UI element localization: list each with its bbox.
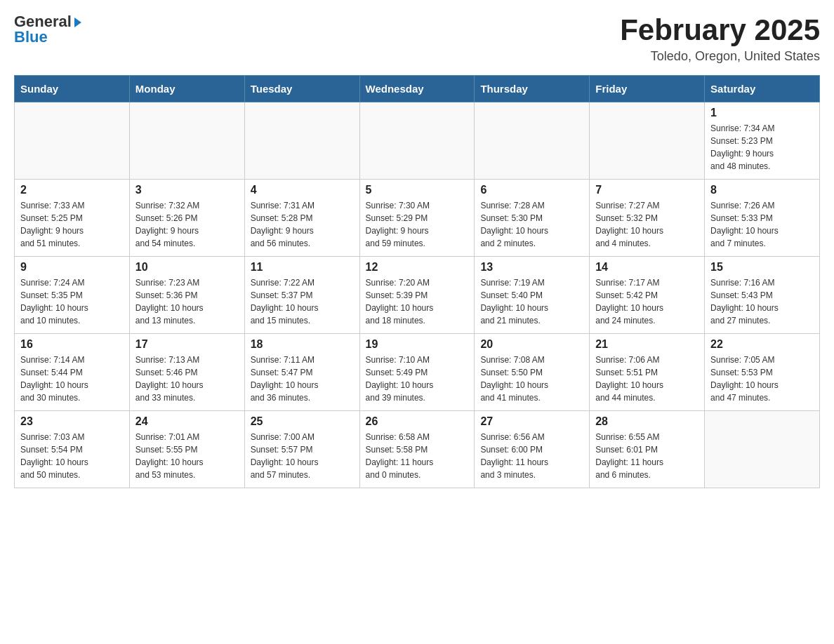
day-sun-info: Sunrise: 7:20 AM Sunset: 5:39 PM Dayligh… [366,276,469,327]
day-sun-info: Sunrise: 7:08 AM Sunset: 5:50 PM Dayligh… [480,354,583,404]
day-number: 19 [366,338,469,351]
calendar-cell: 22Sunrise: 7:05 AM Sunset: 5:53 PM Dayli… [705,334,820,411]
calendar-cell: 17Sunrise: 7:13 AM Sunset: 5:46 PM Dayli… [129,334,244,411]
day-number: 27 [480,415,583,428]
day-sun-info: Sunrise: 7:06 AM Sunset: 5:51 PM Dayligh… [595,354,699,404]
calendar-header-row: SundayMondayTuesdayWednesdayThursdayFrid… [15,76,820,102]
day-number: 16 [20,338,124,351]
day-of-week-header: Tuesday [244,76,359,102]
calendar-cell [705,411,820,488]
calendar-cell: 27Sunrise: 6:56 AM Sunset: 6:00 PM Dayli… [475,411,590,488]
day-number: 14 [595,261,699,274]
day-sun-info: Sunrise: 7:00 AM Sunset: 5:57 PM Dayligh… [251,431,354,481]
day-number: 11 [251,261,354,274]
day-number: 2 [20,184,124,196]
calendar-cell: 5Sunrise: 7:30 AM Sunset: 5:29 PM Daylig… [359,180,475,257]
logo-blue-text: Blue [14,29,48,45]
day-number: 23 [20,415,124,428]
page-header: General Blue February 2025 Toledo, Orego… [14,14,820,64]
day-number: 25 [251,415,354,428]
day-number: 21 [595,338,699,351]
day-number: 18 [251,338,354,351]
calendar-cell: 1Sunrise: 7:34 AM Sunset: 5:23 PM Daylig… [705,102,820,180]
day-sun-info: Sunrise: 7:33 AM Sunset: 5:25 PM Dayligh… [20,199,124,250]
calendar-cell [129,102,244,180]
calendar-cell: 18Sunrise: 7:11 AM Sunset: 5:47 PM Dayli… [244,334,359,411]
day-number: 9 [20,261,124,274]
calendar-week-row: 16Sunrise: 7:14 AM Sunset: 5:44 PM Dayli… [15,334,820,411]
day-number: 10 [135,261,239,274]
day-sun-info: Sunrise: 7:01 AM Sunset: 5:55 PM Dayligh… [135,431,239,481]
day-sun-info: Sunrise: 6:58 AM Sunset: 5:58 PM Dayligh… [366,431,469,481]
calendar-cell: 3Sunrise: 7:32 AM Sunset: 5:26 PM Daylig… [129,180,244,257]
day-sun-info: Sunrise: 7:16 AM Sunset: 5:43 PM Dayligh… [710,276,814,327]
day-number: 6 [480,184,583,196]
day-sun-info: Sunrise: 7:34 AM Sunset: 5:23 PM Dayligh… [710,122,814,173]
day-sun-info: Sunrise: 7:30 AM Sunset: 5:29 PM Dayligh… [366,199,469,250]
day-of-week-header: Monday [129,76,244,102]
calendar-cell: 21Sunrise: 7:06 AM Sunset: 5:51 PM Dayli… [590,334,705,411]
calendar-cell: 14Sunrise: 7:17 AM Sunset: 5:42 PM Dayli… [590,257,705,334]
calendar-cell: 24Sunrise: 7:01 AM Sunset: 5:55 PM Dayli… [129,411,244,488]
calendar-cell [475,102,590,180]
day-sun-info: Sunrise: 7:27 AM Sunset: 5:32 PM Dayligh… [595,199,699,250]
title-block: February 2025 Toledo, Oregon, United Sta… [620,14,820,64]
day-sun-info: Sunrise: 7:24 AM Sunset: 5:35 PM Dayligh… [20,276,124,327]
day-number: 5 [366,184,469,196]
calendar-cell: 12Sunrise: 7:20 AM Sunset: 5:39 PM Dayli… [359,257,475,334]
day-sun-info: Sunrise: 6:55 AM Sunset: 6:01 PM Dayligh… [595,431,699,481]
calendar-cell: 11Sunrise: 7:22 AM Sunset: 5:37 PM Dayli… [244,257,359,334]
calendar-cell: 28Sunrise: 6:55 AM Sunset: 6:01 PM Dayli… [590,411,705,488]
calendar-cell [244,102,359,180]
calendar-cell: 6Sunrise: 7:28 AM Sunset: 5:30 PM Daylig… [475,180,590,257]
calendar-week-row: 1Sunrise: 7:34 AM Sunset: 5:23 PM Daylig… [15,102,820,180]
calendar-week-row: 23Sunrise: 7:03 AM Sunset: 5:54 PM Dayli… [15,411,820,488]
day-number: 13 [480,261,583,274]
day-sun-info: Sunrise: 7:19 AM Sunset: 5:40 PM Dayligh… [480,276,583,327]
calendar-cell: 10Sunrise: 7:23 AM Sunset: 5:36 PM Dayli… [129,257,244,334]
day-number: 15 [710,261,814,274]
day-sun-info: Sunrise: 7:03 AM Sunset: 5:54 PM Dayligh… [20,431,124,481]
calendar-cell: 8Sunrise: 7:26 AM Sunset: 5:33 PM Daylig… [705,180,820,257]
calendar-week-row: 9Sunrise: 7:24 AM Sunset: 5:35 PM Daylig… [15,257,820,334]
day-sun-info: Sunrise: 7:26 AM Sunset: 5:33 PM Dayligh… [710,199,814,250]
logo-general-text: General [14,14,72,29]
day-of-week-header: Thursday [475,76,590,102]
calendar-cell: 23Sunrise: 7:03 AM Sunset: 5:54 PM Dayli… [15,411,130,488]
calendar-cell: 19Sunrise: 7:10 AM Sunset: 5:49 PM Dayli… [359,334,475,411]
calendar-cell [15,102,130,180]
location-subtitle: Toledo, Oregon, United States [620,49,820,64]
calendar-cell: 2Sunrise: 7:33 AM Sunset: 5:25 PM Daylig… [15,180,130,257]
calendar-cell: 9Sunrise: 7:24 AM Sunset: 5:35 PM Daylig… [15,257,130,334]
calendar-cell [359,102,475,180]
day-sun-info: Sunrise: 7:28 AM Sunset: 5:30 PM Dayligh… [480,199,583,250]
calendar-week-row: 2Sunrise: 7:33 AM Sunset: 5:25 PM Daylig… [15,180,820,257]
logo-arrow-icon [74,18,81,27]
calendar-table: SundayMondayTuesdayWednesdayThursdayFrid… [14,75,820,488]
calendar-cell: 4Sunrise: 7:31 AM Sunset: 5:28 PM Daylig… [244,180,359,257]
day-of-week-header: Saturday [705,76,820,102]
day-number: 28 [595,415,699,428]
day-of-week-header: Friday [590,76,705,102]
day-sun-info: Sunrise: 7:17 AM Sunset: 5:42 PM Dayligh… [595,276,699,327]
day-number: 24 [135,415,239,428]
day-sun-info: Sunrise: 7:14 AM Sunset: 5:44 PM Dayligh… [20,354,124,404]
day-sun-info: Sunrise: 7:11 AM Sunset: 5:47 PM Dayligh… [251,354,354,404]
day-sun-info: Sunrise: 7:05 AM Sunset: 5:53 PM Dayligh… [710,354,814,404]
day-number: 8 [710,184,814,196]
day-sun-info: Sunrise: 6:56 AM Sunset: 6:00 PM Dayligh… [480,431,583,481]
day-number: 17 [135,338,239,351]
calendar-cell: 20Sunrise: 7:08 AM Sunset: 5:50 PM Dayli… [475,334,590,411]
day-sun-info: Sunrise: 7:22 AM Sunset: 5:37 PM Dayligh… [251,276,354,327]
calendar-cell: 7Sunrise: 7:27 AM Sunset: 5:32 PM Daylig… [590,180,705,257]
day-sun-info: Sunrise: 7:10 AM Sunset: 5:49 PM Dayligh… [366,354,469,404]
calendar-cell: 26Sunrise: 6:58 AM Sunset: 5:58 PM Dayli… [359,411,475,488]
day-sun-info: Sunrise: 7:13 AM Sunset: 5:46 PM Dayligh… [135,354,239,404]
day-number: 1 [710,107,814,119]
calendar-cell: 25Sunrise: 7:00 AM Sunset: 5:57 PM Dayli… [244,411,359,488]
day-number: 7 [595,184,699,196]
calendar-cell: 13Sunrise: 7:19 AM Sunset: 5:40 PM Dayli… [475,257,590,334]
calendar-cell: 15Sunrise: 7:16 AM Sunset: 5:43 PM Dayli… [705,257,820,334]
day-sun-info: Sunrise: 7:31 AM Sunset: 5:28 PM Dayligh… [251,199,354,250]
day-number: 22 [710,338,814,351]
